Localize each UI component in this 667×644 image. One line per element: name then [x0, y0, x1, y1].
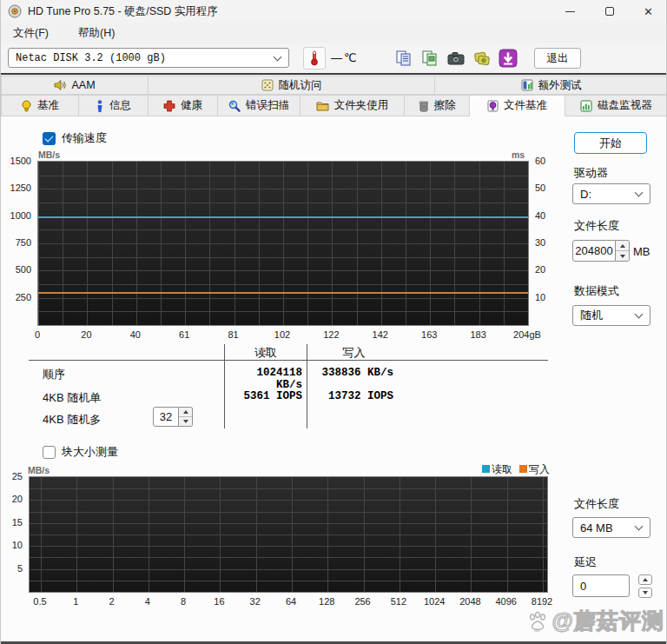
tab-label: 基准 — [37, 98, 59, 113]
tab-health[interactable]: 健康 — [149, 95, 218, 116]
file-length-value[interactable]: 204800 — [572, 240, 616, 262]
paw-icon: du — [526, 610, 549, 633]
gridline — [357, 162, 358, 325]
file-length-up-button[interactable] — [616, 241, 629, 250]
file-length-stepper[interactable]: 204800 — [572, 240, 630, 262]
axis-tick: 81 — [228, 329, 238, 340]
erase-icon — [419, 100, 429, 112]
menu-help[interactable]: 帮助(H) — [75, 24, 118, 43]
maximize-button[interactable] — [590, 0, 629, 23]
gridline — [283, 162, 284, 325]
axis-tick: 512 — [391, 596, 406, 607]
tab-disk-monitor[interactable]: 磁盘监视器 — [565, 95, 667, 116]
queue-depth-value[interactable]: 32 — [153, 407, 179, 427]
axis-tick: 0.5 — [33, 596, 46, 607]
minimize-button[interactable] — [551, 0, 590, 23]
close-button[interactable]: ✕ — [629, 0, 667, 23]
chart2-x-axis-ticks: 0.512481632641282565121024204840968192 — [29, 596, 548, 608]
read-swatch — [482, 465, 490, 473]
block-size-checkbox[interactable] — [43, 446, 56, 459]
gridline — [543, 477, 544, 592]
axis-tick: 30 — [535, 237, 555, 248]
tab-strip-bottom: 基准 信息 健康 错误扫描 — [1, 95, 667, 116]
copy-text-button[interactable] — [393, 48, 414, 69]
axis-tick: 128 — [319, 596, 334, 607]
drive-select[interactable]: Netac DISK 3.2 (1000 gB) — [8, 48, 289, 68]
chevron-down-icon — [274, 52, 282, 61]
tab-folder-usage[interactable]: 文件夹使用 — [300, 95, 405, 116]
chart1-x-axis-ticks: 020406181102122142163183204gB — [37, 329, 529, 342]
gridline — [30, 523, 547, 524]
file-length-down-button[interactable] — [616, 250, 629, 261]
save-results-button[interactable] — [472, 48, 492, 69]
tab-error-scan[interactable]: 错误扫描 — [218, 95, 300, 116]
gridline — [87, 162, 88, 325]
file-length-label: 文件长度 — [574, 218, 619, 234]
block-file-length-label: 文件长度 — [574, 496, 619, 512]
tab-file-benchmark[interactable]: 文件基准 — [470, 95, 565, 116]
tab-benchmark[interactable]: 基准 — [1, 95, 79, 116]
axis-tick: 2 — [109, 596, 115, 607]
menu-file[interactable]: 文件(F) — [10, 24, 52, 43]
queue-depth-stepper[interactable]: 32 — [153, 407, 193, 427]
axis-tick: 32 — [250, 596, 261, 607]
transfer-speed-checkbox[interactable] — [43, 132, 56, 145]
chart1-y2-axis-title: ms — [512, 149, 525, 160]
gridline — [307, 162, 308, 325]
axis-tick: 40 — [130, 329, 141, 340]
axis-tick: 10 — [1, 540, 23, 550]
minimize-icon — [565, 11, 575, 12]
folder-icon — [316, 100, 329, 111]
extra-test-icon — [521, 79, 533, 91]
temperature-button[interactable] — [303, 47, 326, 70]
gridline — [220, 477, 221, 592]
delay-up-button[interactable] — [638, 574, 652, 585]
axis-tick: 8 — [181, 596, 186, 607]
block-file-length-dropdown[interactable]: 64 MB — [572, 517, 650, 538]
copy-text-icon — [395, 50, 413, 67]
axis-tick: 25 — [1, 471, 23, 481]
sequential-read-value: 1024118 KB/s — [225, 367, 302, 391]
delay-label: 延迟 — [574, 554, 597, 570]
tab-random-access[interactable]: 随机访问 — [149, 76, 435, 95]
screenshot-button[interactable] — [446, 48, 466, 69]
axis-tick: 4096 — [495, 596, 516, 607]
axis-tick: 1024 — [424, 596, 445, 607]
error-scan-icon — [228, 100, 241, 112]
exit-button[interactable]: 退出 — [534, 48, 581, 69]
axis-tick: 60 — [535, 156, 555, 166]
transfer-speed-label: 传输速度 — [62, 130, 107, 146]
data-mode-dropdown[interactable]: 随机 — [572, 305, 650, 326]
delay-stepper — [638, 574, 652, 598]
arrow-up-icon — [620, 244, 625, 248]
svg-text:du: du — [534, 627, 540, 632]
chart1-y2-axis-ticks: 605040302010 — [531, 161, 555, 326]
gridline — [113, 477, 114, 592]
file-benchmark-icon — [487, 100, 499, 112]
menu-bar: 文件(F) 帮助(H) — [1, 23, 667, 43]
gridline — [185, 162, 186, 325]
start-button[interactable]: 开始 — [574, 132, 647, 154]
download-button[interactable] — [498, 48, 518, 69]
tab-aam[interactable]: AAM — [1, 76, 149, 95]
axis-tick: 0 — [35, 329, 40, 340]
series-line-读取 — [38, 216, 528, 218]
chart2-plot-area — [29, 476, 548, 593]
queue-depth-down-button[interactable] — [179, 416, 192, 426]
drive-dropdown[interactable]: D: — [572, 183, 650, 204]
gridline — [292, 477, 293, 592]
queue-depth-up-button[interactable] — [179, 408, 192, 416]
copy-image-button[interactable] — [419, 48, 440, 69]
delay-input[interactable]: 0 — [572, 574, 630, 597]
tab-info[interactable]: 信息 — [79, 95, 149, 116]
tab-erase[interactable]: 擦除 — [405, 95, 470, 116]
delay-down-button[interactable] — [638, 588, 652, 598]
arrow-up-icon — [643, 578, 648, 581]
chart1-y-axis-title: MB/s — [38, 149, 60, 160]
axis-tick: 20 — [535, 264, 555, 275]
tab-extra-tests[interactable]: 额外测试 — [435, 76, 667, 95]
sequential-write-value: 338836 KB/s — [314, 367, 393, 379]
save-results-icon — [473, 50, 491, 66]
info-icon — [96, 100, 104, 112]
axis-tick: 183 — [470, 329, 485, 340]
